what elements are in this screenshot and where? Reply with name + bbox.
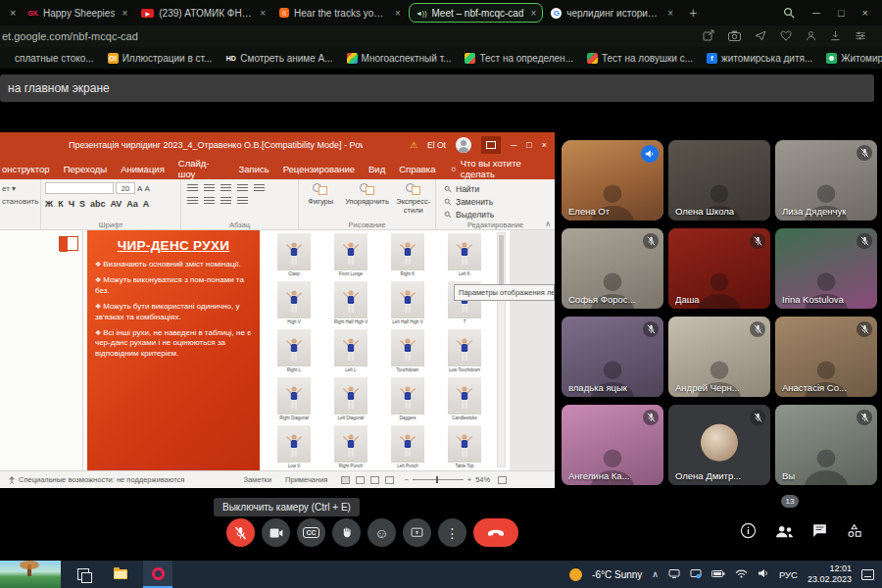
ppt-ribbon-tab[interactable]: Вид [368, 164, 385, 174]
slideshow-view-icon[interactable] [385, 476, 394, 484]
editing-button[interactable]: Найти [444, 182, 551, 195]
more-options-button[interactable]: ⋮ [438, 518, 466, 547]
bookmark-item[interactable]: Тест на определен... [465, 53, 573, 64]
profile-icon[interactable] [806, 30, 816, 43]
ppt-minimize-button[interactable]: ─ [511, 140, 516, 150]
people-panel-button[interactable] [774, 523, 794, 543]
accessibility-status[interactable]: Специальные возможности: не поддерживают… [19, 475, 184, 484]
tray-overflow-chevron[interactable]: ∧ [652, 569, 659, 579]
bookmark-item[interactable]: сплатные стоко... [0, 53, 94, 64]
reading-view-icon[interactable] [370, 476, 379, 484]
mic-toggle-button[interactable] [226, 518, 255, 547]
ppt-account-avatar[interactable] [456, 137, 471, 153]
font-size-combobox[interactable]: 20 [116, 182, 135, 194]
settings-sliders-icon[interactable] [855, 30, 866, 43]
participant-tile[interactable]: Олена Дмитр... [668, 405, 770, 485]
zoom-slider[interactable]: −+ [404, 475, 471, 484]
ppt-ribbon-tab[interactable]: Слайд-шоу [178, 158, 225, 179]
address-bar[interactable]: et.google.com/nbf-mcqc-cad [0, 25, 882, 47]
view-switcher[interactable] [341, 476, 394, 484]
weather-text[interactable]: -6°C Sunny [592, 569, 642, 580]
bookmark-item[interactable]: Житомирська дитя... [826, 53, 882, 64]
grow-shrink-font-buttons[interactable]: А А [137, 184, 150, 193]
send-to-device-icon[interactable] [755, 30, 766, 43]
reactions-button[interactable]: ☺ [368, 518, 396, 547]
collapse-ribbon-icon[interactable]: ∧ [545, 220, 551, 228]
window-maximize-button[interactable]: □ [838, 7, 845, 19]
font-style-button[interactable]: К [58, 199, 64, 209]
tab-close-icon[interactable]: × [260, 8, 266, 19]
end-call-button[interactable] [473, 518, 518, 547]
bookmark-item[interactable]: Тест на ловушки с... [587, 53, 693, 64]
ppt-ribbon-tab[interactable]: онструктор [2, 164, 50, 174]
alignment-buttons[interactable] [187, 197, 294, 205]
participant-tile[interactable]: Анастасія Со... [775, 317, 877, 397]
bookmark-item[interactable]: f житомирська дитя... [707, 53, 812, 64]
participant-tile[interactable]: Вы [775, 405, 877, 485]
ppt-restore-button[interactable]: □ [526, 140, 531, 150]
snapshot-camera-icon[interactable] [728, 30, 741, 43]
ppt-ribbon-tab[interactable]: Переходы [64, 164, 108, 174]
participant-tile[interactable]: Irina Kostulova [775, 228, 877, 309]
url-text[interactable]: et.google.com/nbf-mcqc-cad [2, 30, 138, 42]
tray-volume-icon[interactable] [758, 568, 769, 580]
ppt-ribbon-tab[interactable]: Рецензирование [283, 164, 355, 174]
font-style-button[interactable]: abc [90, 199, 106, 209]
notes-button[interactable]: Заметки [243, 475, 271, 484]
browser-tab[interactable]: G черлидинг история - Пои... × [545, 3, 679, 23]
ribbon-display-options-button[interactable] [481, 136, 501, 154]
zoom-percentage[interactable]: 54% [475, 475, 490, 484]
drawing-button[interactable]: Экспресс-стили [396, 183, 432, 215]
bookmark-item[interactable]: HD Смотреть аниме А... [225, 53, 332, 64]
tab-close-icon[interactable]: × [667, 8, 673, 19]
slide-thumbnail[interactable] [59, 236, 78, 251]
browser-tab[interactable]: GX. Happy Sheepies × [22, 3, 133, 23]
tray-monitor-icon[interactable] [668, 568, 680, 581]
drawing-button[interactable]: Упорядочить [347, 183, 388, 206]
font-style-button[interactable]: Ч [69, 199, 74, 209]
stub-line2[interactable]: становить [2, 196, 38, 209]
participant-tile[interactable]: Ангелина Ка... [562, 405, 663, 485]
tab-close-icon[interactable]: × [395, 8, 401, 19]
ppt-close-button[interactable]: × [542, 140, 547, 150]
bookmark-item[interactable]: Многоаспектный т... [347, 53, 452, 64]
slide-thumbnails-panel[interactable] [0, 230, 83, 470]
font-style-button[interactable]: А [143, 199, 150, 209]
ppt-ribbon-tab[interactable]: Запись [239, 164, 270, 174]
ppt-ribbon-tab[interactable]: Анимация [121, 164, 165, 174]
language-indicator[interactable]: РУС [779, 569, 798, 580]
heart-bookmark-icon[interactable] [780, 30, 792, 43]
new-tab-button[interactable]: + [689, 5, 697, 21]
browser-tab[interactable]: ▶ (239) АТОМИК ФНАФ ► А... × [135, 3, 271, 23]
offscreen-tab-close-icon[interactable]: × [10, 7, 16, 19]
font-style-button[interactable]: S [79, 199, 85, 209]
raise-hand-button[interactable] [332, 518, 361, 547]
slide-sorter-view-icon[interactable] [356, 476, 365, 484]
participant-tile[interactable]: Софья Форос... [562, 228, 663, 309]
font-style-button[interactable]: AV [111, 199, 122, 209]
weather-widget-image[interactable] [0, 561, 61, 588]
participant-tile[interactable]: Андрей Черн... [668, 317, 770, 397]
bookmark-item[interactable]: O! Иллюстрации в ст... [108, 53, 213, 64]
participant-tile[interactable]: Олена Школа [668, 140, 770, 220]
list-buttons[interactable] [187, 184, 294, 192]
downloads-icon[interactable] [830, 30, 841, 43]
window-minimize-button[interactable]: ─ [812, 7, 820, 19]
tab-close-icon[interactable]: × [530, 8, 536, 19]
participant-tile[interactable]: Лиза Дяденчук [775, 140, 877, 220]
captions-button[interactable]: CC [297, 518, 325, 547]
slide-scrollbar[interactable] [497, 232, 506, 467]
normal-view-icon[interactable] [341, 476, 350, 484]
search-icon[interactable] [783, 7, 795, 19]
activities-button[interactable] [846, 522, 863, 543]
task-view-button[interactable] [69, 561, 98, 588]
camera-toggle-button[interactable] [262, 518, 290, 547]
font-name-combobox[interactable] [45, 182, 114, 194]
editing-button[interactable]: Выделить [444, 208, 551, 220]
participant-tile[interactable]: Елена От [562, 140, 663, 220]
present-button[interactable] [403, 518, 431, 547]
participant-tile[interactable]: владька яцык [562, 317, 663, 397]
ppt-ribbon-tab[interactable]: Справка [399, 164, 435, 174]
window-close-button[interactable]: × [862, 7, 868, 19]
tell-me-box[interactable]: ☼ Что вы хотите сделать [450, 158, 556, 179]
